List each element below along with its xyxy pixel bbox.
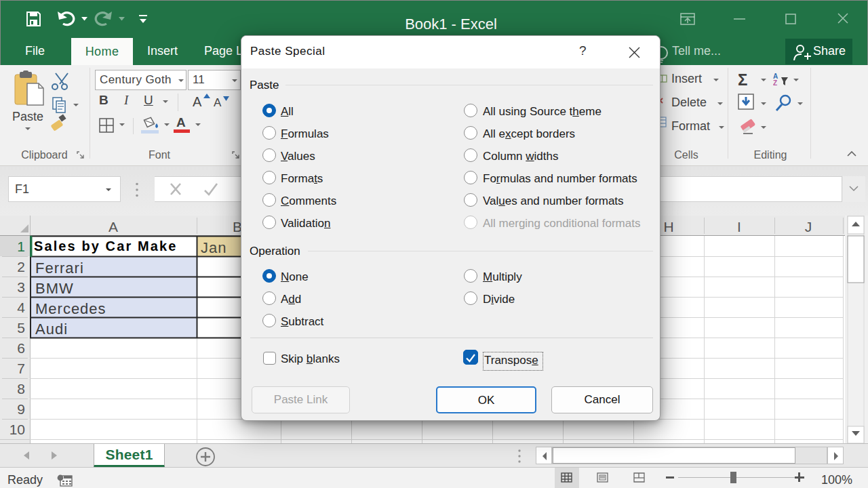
svg-text:Sales by Car Make: Sales by Car Make [34,239,177,253]
svg-text:10: 10 [9,422,25,437]
svg-text:6: 6 [17,340,25,356]
svg-text:3: 3 [17,279,25,295]
svg-text:4: 4 [17,300,25,315]
svg-text:A: A [108,219,118,235]
svg-text:Audi: Audi [35,321,68,338]
svg-text:7: 7 [17,361,25,376]
svg-text:2: 2 [17,259,25,274]
svg-text:8: 8 [17,381,25,396]
svg-text:Z: Z [773,79,777,87]
svg-text:H: H [663,219,673,235]
svg-text:Ferrari: Ferrari [35,260,84,277]
svg-text:1: 1 [17,239,25,254]
svg-text:5: 5 [17,320,25,336]
svg-text:BMW: BMW [35,280,74,297]
svg-text:I: I [737,219,741,235]
svg-text:9: 9 [17,401,25,417]
svg-text:Jan: Jan [201,239,226,256]
svg-text:J: J [805,219,812,235]
svg-text:Mercedes: Mercedes [35,300,106,317]
